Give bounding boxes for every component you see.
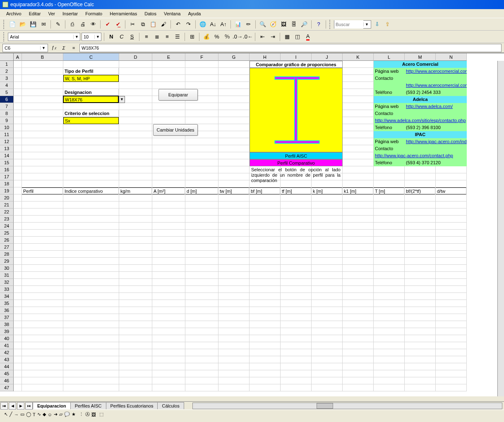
gallery-button[interactable]: 🖼	[279, 20, 288, 29]
tab-prev-button[interactable]: ◀	[9, 402, 16, 410]
row-header-19[interactable]: 19	[0, 187, 14, 194]
autocheck-button[interactable]: ✔̲	[113, 20, 122, 29]
font-name-select[interactable]: Arial▼	[8, 33, 80, 41]
row-header-18[interactable]: 18	[0, 180, 14, 187]
underline-button[interactable]: S	[127, 32, 137, 41]
row-header-20[interactable]: 20	[0, 194, 14, 201]
column-header-G[interactable]: G	[218, 53, 250, 61]
formula-input[interactable]	[79, 44, 502, 52]
standard-format-button[interactable]: ⁰⁄₀	[223, 32, 232, 41]
function-wizard-button[interactable]: ƒ𝑥	[50, 44, 58, 52]
help-button[interactable]: ?	[314, 20, 323, 29]
navigator-button[interactable]: 🧭	[269, 20, 278, 29]
row-header-27[interactable]: 27	[0, 244, 14, 251]
tab-perfiles-aisc[interactable]: Perfiles AISC	[70, 402, 106, 409]
toolbar-grip[interactable]	[3, 20, 6, 29]
column-header-E[interactable]: E	[152, 53, 185, 61]
row-header-31[interactable]: 31	[0, 272, 14, 279]
cell[interactable]: Tipo de Perfil	[63, 68, 119, 75]
save-button[interactable]: 💾	[29, 20, 38, 29]
row-header-12[interactable]: 12	[0, 138, 14, 145]
cell[interactable]: W18X76	[63, 96, 119, 103]
row-header-43[interactable]: 43	[0, 356, 14, 363]
row-header-37[interactable]: 37	[0, 314, 14, 321]
zoom-button[interactable]: 🔎	[300, 20, 309, 29]
provider-link[interactable]: http://www.ipac-acero.com/index.p	[405, 138, 467, 145]
column-header-C[interactable]: C	[63, 53, 119, 61]
row-header-41[interactable]: 41	[0, 342, 14, 349]
toolbar-grip-3[interactable]	[3, 32, 6, 41]
row-header-1[interactable]: 1	[0, 61, 14, 68]
new-button[interactable]: 📄	[8, 20, 17, 29]
menu-editar[interactable]: Editar	[26, 10, 44, 17]
row-header-30[interactable]: 30	[0, 265, 14, 272]
cell[interactable]: k [m]	[312, 187, 342, 194]
row-header-25[interactable]: 25	[0, 230, 14, 237]
row-header-28[interactable]: 28	[0, 251, 14, 258]
block-arrows-button[interactable]: ➜	[54, 412, 58, 417]
horizontal-scrollbar[interactable]	[192, 403, 502, 409]
redo-button[interactable]: ↷	[184, 20, 193, 29]
cell[interactable]: d [m]	[185, 187, 218, 194]
equiparar-button[interactable]: Equiparar	[158, 89, 198, 101]
fontwork-button[interactable]: Ⓐ	[85, 411, 90, 417]
flowchart-button[interactable]: ▱	[59, 412, 62, 417]
row-header-26[interactable]: 26	[0, 237, 14, 244]
paste-button[interactable]: 📋	[149, 20, 158, 29]
datasource-button[interactable]: 🗄	[289, 20, 298, 29]
sum-button[interactable]: Σ	[60, 44, 68, 52]
symbol-shapes-button[interactable]: ☺	[48, 412, 52, 417]
row-header-44[interactable]: 44	[0, 363, 14, 370]
row-header-35[interactable]: 35	[0, 300, 14, 307]
row-header-16[interactable]: 16	[0, 166, 14, 173]
search-box[interactable]: ▼	[334, 20, 371, 29]
row-header-33[interactable]: 33	[0, 286, 14, 293]
format-brush-button[interactable]: 🖌	[159, 20, 168, 29]
print-button[interactable]: 🖨	[78, 20, 87, 29]
row-header-29[interactable]: 29	[0, 258, 14, 265]
cut-button[interactable]: ✂	[128, 20, 137, 29]
undo-button[interactable]: ↶	[173, 20, 182, 29]
open-button[interactable]: 📂	[18, 20, 27, 29]
font-size-select[interactable]: 10▼	[82, 33, 101, 41]
menu-herramientas[interactable]: Herramientas	[107, 10, 140, 17]
add-decimal-button[interactable]: .0→	[233, 32, 242, 41]
provider-link[interactable]: http://www.adelca.com/	[405, 103, 467, 110]
remove-decimal-button[interactable]: .0←	[243, 32, 252, 41]
column-header-D[interactable]: D	[119, 53, 152, 61]
tab-calculos[interactable]: Cálculos	[157, 402, 184, 409]
row-header-22[interactable]: 22	[0, 209, 14, 216]
row-header-45[interactable]: 45	[0, 370, 14, 377]
column-header-I[interactable]: I	[281, 53, 312, 61]
shapes-button[interactable]: ◆	[43, 412, 46, 417]
select-tool-button[interactable]: ↖	[4, 412, 8, 417]
edit-button[interactable]: ✎	[53, 20, 62, 29]
tab-last-button[interactable]: ⏭	[25, 402, 33, 410]
provider-link[interactable]: http://www.acerocomercial.com/	[405, 68, 467, 75]
column-header-N[interactable]: N	[436, 53, 467, 61]
row-header-46[interactable]: 46	[0, 377, 14, 384]
row-header-34[interactable]: 34	[0, 293, 14, 300]
row-header-42[interactable]: 42	[0, 349, 14, 356]
row-header-10[interactable]: 10	[0, 124, 14, 131]
row-header-17[interactable]: 17	[0, 173, 14, 180]
provider-link[interactable]: http://www.adelca.com/sitio/esp/contacto…	[374, 117, 467, 124]
row-header-38[interactable]: 38	[0, 321, 14, 328]
cell[interactable]: k1 [m]	[343, 187, 373, 194]
copy-button[interactable]: ⧉	[138, 20, 147, 29]
align-center-button[interactable]: ≣	[152, 32, 161, 41]
row-header-3[interactable]: 3	[0, 75, 14, 82]
bold-button[interactable]: N	[107, 32, 116, 41]
equals-button[interactable]: =	[70, 44, 78, 52]
column-header-K[interactable]: K	[343, 53, 374, 61]
curve-button[interactable]: ∿	[37, 412, 41, 417]
cell-dropdown-button[interactable]: ▼	[119, 96, 125, 103]
vertical-scrollbar[interactable]	[497, 61, 504, 396]
menu-archivo[interactable]: Archivo	[3, 10, 24, 17]
find-next-button[interactable]: ⇩	[372, 20, 382, 29]
row-header-36[interactable]: 36	[0, 307, 14, 314]
cell[interactable]: T [m]	[374, 187, 404, 194]
row-header-24[interactable]: 24	[0, 223, 14, 230]
provider-link[interactable]: http://www.ipac-acero.com/contact.php	[374, 152, 467, 159]
sort-desc-button[interactable]: A↑	[219, 20, 228, 29]
